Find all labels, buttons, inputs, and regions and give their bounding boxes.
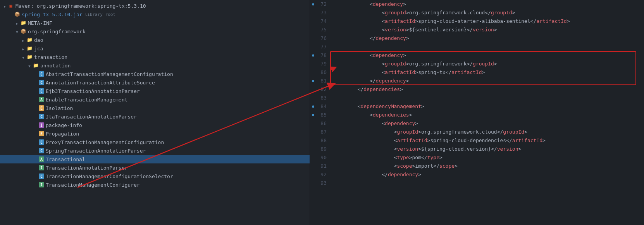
- tree-item-transactional[interactable]: A Transactional: [0, 155, 310, 163]
- folder-icon: 📁: [26, 37, 33, 43]
- maven-icon: ▣: [8, 3, 14, 9]
- tree-item-org-springframework[interactable]: 📦 org.springframework: [0, 27, 310, 36]
- line-number-79: 79: [310, 60, 330, 68]
- code-line-88: <artifactId>spring-cloud-dependencies</a…: [333, 136, 641, 145]
- tree-container: ▣ Maven: org.springframework:spring-tx:5…: [0, 0, 310, 191]
- item-label: SpringTransactionAnnotationParser: [46, 148, 146, 154]
- item-label: annotation: [40, 63, 71, 69]
- class-icon: C: [39, 71, 44, 77]
- line-number-78: ● 78: [310, 51, 330, 60]
- code-line-78: <dependency>: [333, 51, 641, 60]
- bookmark-icon-78: ●: [311, 53, 315, 58]
- line-number-74: 74: [310, 17, 330, 26]
- code-line-77: [333, 43, 641, 51]
- class-icon: C: [39, 173, 44, 179]
- code-line-85: <dependencies>: [333, 111, 641, 119]
- tree-item-annotation[interactable]: 📁 annotation: [0, 61, 310, 70]
- tree-item-ejb3-tx-annotation-parser[interactable]: C Ejb3TransactionAnnotationParser: [0, 87, 310, 95]
- item-label: ProxyTransactionManagementConfiguration: [46, 139, 164, 145]
- code-line-84: <dependencyManagement>: [333, 102, 641, 111]
- jar-icon: 📦: [14, 11, 20, 17]
- line-number-88: 88: [310, 136, 330, 145]
- item-label: TransactionManagementConfigurationSelect…: [46, 173, 173, 179]
- tree-item-tx-annotation-parser[interactable]: I TransactionAnnotationParser: [0, 163, 310, 172]
- code-line-74: <artifactId>spring-cloud-starter-alibaba…: [333, 17, 641, 26]
- tree-item-dao[interactable]: 📁 dao: [0, 36, 310, 44]
- item-label: package-info: [46, 122, 82, 128]
- line-number-84: ● 84: [310, 102, 330, 111]
- tree-item-meta-inf[interactable]: 📁 META-INF: [0, 19, 310, 27]
- arrow-icon: [14, 20, 20, 26]
- line-number-76: 76: [310, 34, 330, 43]
- code-line-80: <artifactId>spring-tx</artifactId>: [333, 68, 641, 77]
- file-tree-panel: ▣ Maven: org.springframework:spring-tx:5…: [0, 0, 310, 225]
- tree-item-spring-tx-annotation-parser[interactable]: C SpringTransactionAnnotationParser: [0, 146, 310, 155]
- line-number-87: 87: [310, 128, 330, 136]
- code-editor-panel: ● 72 73 74 75 76 77 ● 78 79 80 ● 81 82 8…: [310, 0, 644, 225]
- item-label: AnnotationTransactionAttributeSource: [46, 80, 155, 86]
- tree-item-tx-mgmt-configurer[interactable]: I TransactionManagementConfigurer: [0, 180, 310, 189]
- bookmark-icon-84: ●: [311, 104, 315, 109]
- item-label: org.springframework: [28, 29, 86, 34]
- code-line-92: </dependency>: [333, 170, 641, 179]
- item-label: Isolation: [46, 105, 73, 111]
- tree-item-annotation-tx-attr-source[interactable]: C AnnotationTransactionAttributeSource: [0, 78, 310, 87]
- arrow-icon: [20, 37, 26, 43]
- code-line-93: [333, 179, 641, 187]
- tree-item-abstract-tx-mgmt-config[interactable]: C AbstractTransactionManagementConfigura…: [0, 70, 310, 78]
- class-icon: C: [39, 88, 44, 94]
- item-label: TransactionAnnotationParser: [46, 165, 127, 171]
- line-number-86: 86: [310, 119, 330, 128]
- bookmark-icon-85: ●: [311, 113, 315, 117]
- code-line-83: [333, 94, 641, 102]
- tree-item-jar[interactable]: 📦 spring-tx-5.3.10.jar library root: [0, 10, 310, 19]
- tree-item-maven-root[interactable]: ▣ Maven: org.springframework:spring-tx:5…: [0, 2, 310, 10]
- line-number-89: 89: [310, 145, 330, 153]
- tree-item-isolation[interactable]: E Isolation: [0, 104, 310, 112]
- line-number-90: 90: [310, 153, 330, 162]
- line-number-72: ● 72: [310, 0, 330, 9]
- line-numbers: ● 72 73 74 75 76 77 ● 78 79 80 ● 81 82 8…: [310, 0, 330, 225]
- folder-icon: 📁: [33, 62, 39, 69]
- item-label: Transactional: [46, 156, 85, 162]
- package-icon: 📦: [20, 28, 26, 34]
- item-label: jca: [34, 46, 43, 52]
- code-line-72: <dependency>: [333, 0, 641, 9]
- line-number-77: 77: [310, 43, 330, 51]
- class-icon: C: [39, 114, 44, 119]
- item-label: AbstractTransactionManagementConfigurati…: [46, 71, 173, 77]
- folder-icon: 📁: [26, 45, 33, 52]
- enum-icon: E: [39, 131, 44, 136]
- annotation-icon: A: [39, 97, 44, 102]
- item-label: Propagation: [46, 131, 79, 137]
- interface-icon: I: [39, 165, 44, 170]
- code-line-81: </dependency>: [333, 77, 641, 85]
- interface-icon: I: [39, 182, 44, 187]
- code-line-76: </dependency>: [333, 34, 641, 43]
- tree-item-jta-tx-annotation-parser[interactable]: C JtaTransactionAnnotationParser: [0, 112, 310, 121]
- item-label: Ejb3TransactionAnnotationParser: [46, 88, 140, 94]
- tree-item-package-info[interactable]: I package-info: [0, 121, 310, 129]
- line-number-83: 83: [310, 94, 330, 102]
- tree-item-tx-mgmt-config-selector[interactable]: C TransactionManagementConfigurationSele…: [0, 172, 310, 180]
- code-line-79: <groupId>org.springframework</groupId>: [333, 60, 641, 68]
- arrow-icon: [20, 54, 26, 60]
- code-line-82: </dependencies>: [333, 85, 641, 94]
- arrow-icon: [14, 28, 20, 34]
- line-number-85: ● 85: [310, 111, 330, 119]
- item-label: META-INF: [28, 20, 52, 26]
- bookmark-icon-81: ●: [311, 79, 315, 83]
- line-number-82: 82: [310, 85, 330, 94]
- tree-item-transaction[interactable]: 📁 transaction: [0, 53, 310, 61]
- tree-item-propagation[interactable]: E Propagation: [0, 129, 310, 138]
- line-number-92: 92: [310, 170, 330, 179]
- tree-item-jca[interactable]: 📁 jca: [0, 44, 310, 53]
- folder-icon: 📁: [26, 54, 33, 60]
- class-icon: C: [39, 139, 44, 145]
- tree-item-enable-tx-mgmt[interactable]: A EnableTransactionManagement: [0, 95, 310, 104]
- tree-item-proxy-tx-mgmt-config[interactable]: C ProxyTransactionManagementConfiguratio…: [0, 138, 310, 146]
- item-label: spring-tx-5.3.10.jar: [22, 12, 83, 17]
- code-line-90: <type>pom</type>: [333, 153, 641, 162]
- line-number-80: 80: [310, 68, 330, 77]
- code-line-87: <groupId>org.springframework.cloud</grou…: [333, 128, 641, 136]
